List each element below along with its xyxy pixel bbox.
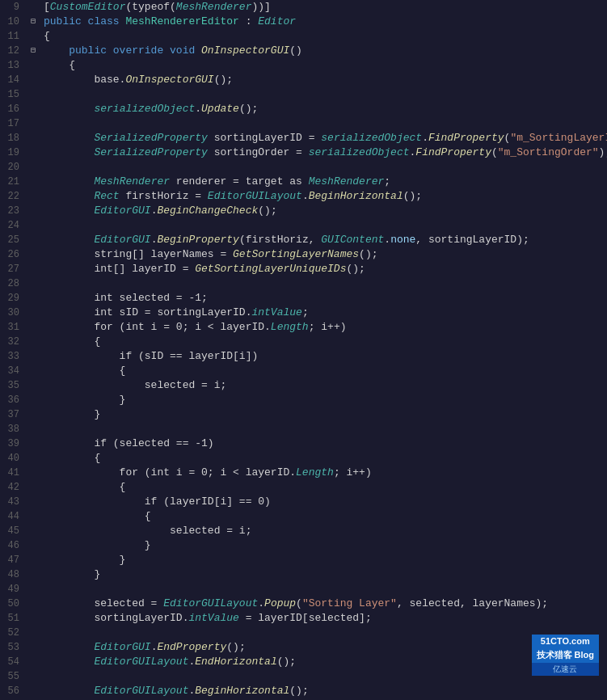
code-token: (); — [359, 248, 377, 260]
line-number: 30 — [0, 306, 24, 320]
line-number: 34 — [0, 364, 24, 378]
code-content: } — [40, 393, 607, 407]
code-token — [44, 190, 94, 202]
code-line: 51 sortingLayerID.intValue = layerID[sel… — [0, 611, 607, 626]
code-content: EditorGUI.BeginChangeCheck(); — [40, 204, 607, 218]
code-line: 15 — [0, 87, 607, 102]
code-token: = layerID[selected]; — [239, 612, 372, 624]
watermark-top: 51CTO.com — [532, 635, 600, 647]
code-token: } — [44, 394, 125, 406]
code-token: (); — [346, 263, 365, 275]
line-number: 20 — [0, 160, 24, 175]
code-token: (); — [258, 205, 276, 217]
code-line: 18 SerializedProperty sortingLayerID = s… — [0, 131, 607, 145]
line-number: 9 — [0, 0, 24, 15]
code-line: 22 Rect firstHoriz = EditorGUILayout.Beg… — [0, 189, 607, 204]
code-line: 29 int selected = -1; — [0, 291, 607, 306]
line-number: 25 — [0, 233, 24, 247]
code-token: (typeof( — [125, 1, 175, 13]
collapse-icon[interactable]: ⊟ — [31, 44, 40, 58]
code-content: EditorGUILayout.EndHorizontal(); — [40, 655, 607, 669]
line-number: 45 — [0, 524, 24, 538]
line-number: 24 — [0, 218, 24, 233]
line-number: 21 — [0, 175, 24, 189]
code-token: : — [239, 15, 258, 27]
line-number: 42 — [0, 480, 24, 495]
code-token: } — [44, 539, 151, 551]
code-token: MeshRenderer — [309, 175, 385, 188]
code-token — [44, 685, 94, 697]
code-content: } — [40, 407, 607, 422]
code-token: (); — [226, 641, 245, 653]
code-token: SerializedProperty — [94, 132, 207, 144]
code-line: 41 for (int i = 0; i < layerID.Length; i… — [0, 466, 607, 480]
line-number: 51 — [0, 611, 24, 626]
code-token: . — [302, 190, 309, 202]
code-line: 14 base.OnInspectorGUI(); — [0, 73, 607, 87]
code-token: (firstHoriz, — [239, 234, 321, 246]
line-number: 11 — [0, 29, 24, 44]
line-number: 26 — [0, 247, 24, 262]
code-line: 27 int[] layerID = GetSortingLayerUnique… — [0, 262, 607, 276]
code-token: none — [390, 234, 415, 246]
code-line: 38 — [0, 422, 607, 436]
line-number: 23 — [0, 204, 24, 218]
code-line: 23 EditorGUI.BeginChangeCheck(); — [0, 204, 607, 218]
code-token: (); — [289, 685, 308, 697]
code-content: selected = EditorGUILayout.Popup("Sortin… — [40, 597, 607, 611]
collapse-icon[interactable]: ⊟ — [31, 15, 40, 29]
code-token: base. — [44, 74, 125, 86]
code-line: 43 if (layerID[i] == 0) — [0, 495, 607, 509]
code-token: , selected, layerNames); — [397, 597, 548, 609]
code-token: { — [44, 452, 100, 464]
line-number: 38 — [0, 422, 24, 436]
code-token: "m_SortingOrder" — [498, 146, 599, 158]
code-line: 25 EditorGUI.BeginProperty(firstHoriz, G… — [0, 233, 607, 247]
code-token: for (int i = 0; i < layerID. — [44, 321, 271, 333]
line-number: 14 — [0, 73, 24, 87]
code-token: serializedObject — [94, 103, 195, 115]
code-token: ( — [491, 146, 498, 158]
line-number: 49 — [0, 582, 24, 597]
code-token: GUIContent — [321, 234, 384, 246]
code-line: 16 serializedObject.Update(); — [0, 102, 607, 116]
code-content: { — [40, 335, 607, 349]
line-number: 46 — [0, 538, 24, 553]
code-token: EditorGUILayout — [94, 656, 188, 668]
code-token: () — [289, 44, 302, 57]
code-content: for (int i = 0; i < layerID.Length; i++) — [40, 320, 607, 335]
code-line: 49 — [0, 582, 607, 597]
code-line: 12⊟ public override void OnInspectorGUI(… — [0, 44, 607, 58]
code-token: renderer = target as — [170, 175, 309, 188]
code-token: FindProperty — [428, 132, 504, 144]
code-line: 28 — [0, 276, 607, 291]
code-token: (); — [403, 190, 422, 202]
line-number: 12 — [0, 44, 24, 58]
code-token: selected = — [44, 597, 163, 609]
code-content: SerializedProperty sortingOrder = serial… — [40, 145, 607, 160]
code-line: 34 { — [0, 364, 607, 378]
code-token: sortingLayerID. — [44, 612, 188, 624]
code-token — [44, 656, 94, 668]
code-content: { — [40, 480, 607, 495]
code-content: } — [40, 553, 607, 567]
code-token: EditorGUI — [94, 205, 150, 217]
code-token: serializedObject — [321, 132, 422, 144]
code-content: MeshRenderer renderer = target as MeshRe… — [40, 175, 607, 189]
line-number: 29 — [0, 291, 24, 306]
watermark-bottom: 亿速云 — [532, 663, 600, 676]
code-content: serializedObject.Update(); — [40, 102, 607, 116]
code-token: GetSortingLayerUniqueIDs — [195, 263, 346, 275]
line-number: 56 — [0, 684, 24, 698]
code-token: } — [44, 408, 100, 420]
code-line: 42 { — [0, 480, 607, 495]
code-token — [44, 234, 94, 246]
code-line: 35 selected = i; — [0, 378, 607, 393]
code-line: 46 } — [0, 538, 607, 553]
code-token — [44, 103, 94, 115]
code-token: { — [44, 59, 75, 71]
line-number: 39 — [0, 436, 24, 451]
line-number: 47 — [0, 553, 24, 567]
code-content: selected = i; — [40, 378, 607, 393]
code-line: 31 for (int i = 0; i < layerID.Length; i… — [0, 320, 607, 335]
